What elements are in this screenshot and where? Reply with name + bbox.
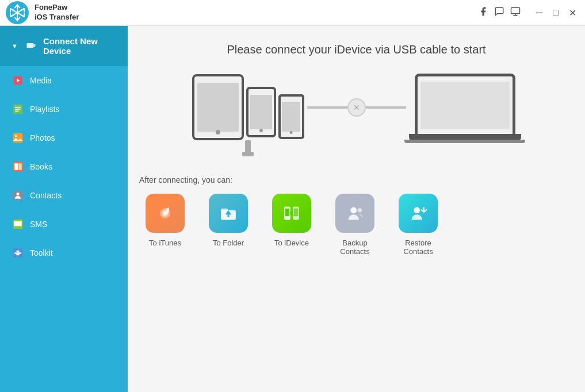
laptop-device xyxy=(409,74,521,141)
maximize-button[interactable]: □ xyxy=(550,6,561,19)
sidebar-item-contacts[interactable]: Contacts xyxy=(0,181,128,210)
connect-prompt: Please connect your iDevice via USB cabl… xyxy=(227,43,485,56)
connect-device-label: Connect New Device xyxy=(43,36,116,56)
svg-rect-16 xyxy=(511,7,519,14)
app-name: FonePaw xyxy=(35,3,79,13)
action-backup-contacts[interactable]: Backup Contacts xyxy=(329,194,381,256)
sms-icon xyxy=(12,218,24,230)
sidebar-contacts-label: Contacts xyxy=(30,191,116,200)
sidebar-photos-label: Photos xyxy=(30,133,116,143)
svg-point-53 xyxy=(414,207,420,213)
backup-contacts-label: Backup Contacts xyxy=(329,239,381,256)
social-icons xyxy=(478,6,521,20)
title-bar: FonePaw iOS Transfer ─ □ ✕ xyxy=(0,0,585,26)
folder-label: To Folder xyxy=(213,239,244,247)
action-buttons-row: To iTunes To Folder xyxy=(139,194,573,256)
sidebar-item-media[interactable]: Media xyxy=(0,66,128,95)
app-subtitle: iOS Transfer xyxy=(35,13,79,22)
action-to-idevice[interactable]: To iDevice xyxy=(266,194,318,247)
svg-rect-37 xyxy=(14,252,21,254)
content-area: Please connect your iDevice via USB cabl… xyxy=(128,26,585,392)
sidebar-item-photos[interactable]: Photos xyxy=(0,124,128,152)
backup-contacts-icon xyxy=(335,194,374,233)
svg-rect-44 xyxy=(221,209,228,212)
laptop-screen xyxy=(415,74,515,134)
sidebar-arrow-icon: ▼ xyxy=(12,43,18,49)
connect-device-icon xyxy=(25,40,37,52)
laptop-screen-inner xyxy=(420,82,510,129)
svg-rect-31 xyxy=(14,163,18,170)
sidebar: ▼ Connect New Device Media Playlists Pho… xyxy=(0,26,128,392)
facebook-icon[interactable] xyxy=(478,6,488,20)
sidebar-item-toolkit[interactable]: Toolkit xyxy=(0,239,128,267)
action-restore-contacts[interactable]: Restore Contacts xyxy=(392,194,444,256)
ipad-screen xyxy=(197,83,239,132)
cable-left xyxy=(307,106,347,109)
svg-rect-26 xyxy=(15,111,19,112)
title-bar-right: ─ □ ✕ xyxy=(478,6,579,20)
svg-rect-27 xyxy=(13,133,23,143)
sidebar-media-label: Media xyxy=(30,76,116,85)
ipad-device xyxy=(192,74,244,140)
app-logo xyxy=(6,1,29,24)
ipod-screen xyxy=(282,102,300,132)
svg-point-51 xyxy=(350,207,357,213)
svg-rect-19 xyxy=(26,43,33,48)
action-to-itunes[interactable]: To iTunes xyxy=(139,194,191,247)
laptop-base xyxy=(409,134,521,141)
iphone-device xyxy=(246,87,276,137)
restore-contacts-icon xyxy=(399,194,438,233)
cable-right xyxy=(366,106,406,109)
usb-connector xyxy=(245,140,251,153)
contacts-icon xyxy=(12,189,24,202)
sidebar-item-playlists[interactable]: Playlists xyxy=(0,95,128,124)
svg-point-34 xyxy=(17,193,20,195)
sidebar-books-label: Books xyxy=(30,162,116,171)
close-button[interactable]: ✕ xyxy=(566,6,579,20)
svg-rect-50 xyxy=(294,209,299,217)
books-icon xyxy=(12,160,24,173)
itunes-label: To iTunes xyxy=(149,239,181,247)
itunes-icon xyxy=(146,194,185,233)
svg-rect-39 xyxy=(17,254,20,256)
svg-point-28 xyxy=(15,135,17,137)
media-icon xyxy=(12,74,24,87)
svg-rect-48 xyxy=(285,209,290,217)
idevice-label: To iDevice xyxy=(274,239,309,247)
svg-rect-20 xyxy=(33,44,35,47)
svg-rect-32 xyxy=(19,163,22,170)
sidebar-item-sms[interactable]: SMS xyxy=(0,210,128,239)
photos-icon xyxy=(12,132,24,144)
disconnect-x-icon: ✕ xyxy=(347,98,366,117)
chat-icon[interactable] xyxy=(494,6,504,20)
feedback-icon[interactable] xyxy=(510,6,521,20)
iphone-screen xyxy=(250,95,272,129)
usb-base xyxy=(242,152,254,156)
sidebar-sms-label: SMS xyxy=(30,220,116,229)
svg-rect-24 xyxy=(15,107,21,108)
svg-rect-46 xyxy=(227,214,229,217)
idevice-icon xyxy=(272,194,311,233)
sidebar-item-connect[interactable]: ▼ Connect New Device xyxy=(0,26,128,66)
window-controls: ─ □ ✕ xyxy=(533,6,579,20)
after-connect-section: After connecting, you can: To iTunes xyxy=(139,170,573,256)
main-layout: ▼ Connect New Device Media Playlists Pho… xyxy=(0,26,585,392)
restore-contacts-label: Restore Contacts xyxy=(392,239,444,256)
cable-with-x: ✕ xyxy=(307,98,406,117)
playlists-icon xyxy=(12,103,24,116)
svg-rect-38 xyxy=(17,251,20,252)
folder-icon xyxy=(209,194,248,233)
toolkit-icon xyxy=(12,247,24,259)
sidebar-toolkit-label: Toolkit xyxy=(30,248,116,258)
app-branding: FonePaw iOS Transfer xyxy=(6,1,79,24)
svg-rect-25 xyxy=(15,109,21,110)
minimize-button[interactable]: ─ xyxy=(533,6,545,19)
after-connect-label: After connecting, you can: xyxy=(139,175,573,185)
ipod-device xyxy=(278,94,304,139)
connection-illustration: ✕ xyxy=(139,74,573,141)
svg-point-52 xyxy=(358,208,362,213)
ios-devices-group xyxy=(192,74,304,140)
sidebar-playlists-label: Playlists xyxy=(30,105,116,114)
action-to-folder[interactable]: To Folder xyxy=(202,194,254,247)
sidebar-item-books[interactable]: Books xyxy=(0,152,128,181)
